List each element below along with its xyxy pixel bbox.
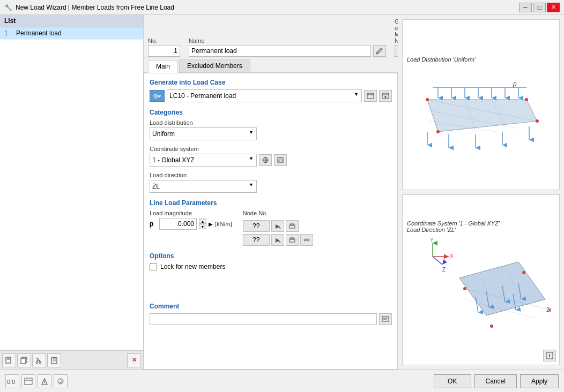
spin-down[interactable]: ▼ — [199, 224, 206, 229]
p-input[interactable] — [159, 218, 197, 230]
right-panel: Load Distribution 'Uniform' p — [398, 15, 564, 370]
categories-label: Categories — [150, 109, 392, 116]
svg-marker-48 — [427, 100, 537, 132]
arrow-icon: ▶ — [209, 221, 213, 227]
svg-point-75 — [522, 271, 525, 274]
comment-label: Comment — [150, 303, 392, 310]
coord-diagram-title2: Load Direction 'ZL' — [407, 227, 500, 233]
copy-button[interactable] — [17, 353, 31, 367]
node1-pick-btn[interactable] — [271, 220, 284, 232]
coord-diagram-title1: Coordinate System '1 - Global XYZ' — [407, 220, 500, 227]
delete-button[interactable]: ✕ — [127, 353, 141, 367]
minimize-button[interactable]: ─ — [519, 3, 532, 12]
svg-line-65 — [433, 257, 442, 265]
name-input[interactable] — [189, 45, 371, 57]
svg-text:Z: Z — [442, 267, 446, 273]
generate-section: Generate into Load Case Qw LC10 - Perman… — [150, 79, 392, 102]
load-dir-row: Load direction ZL XL YL Z X Y — [150, 172, 392, 193]
node2-pick-btn[interactable] — [271, 234, 284, 246]
svg-text:0,0: 0,0 — [7, 379, 15, 385]
cancel-button[interactable]: Cancel — [474, 374, 517, 388]
maximize-button[interactable]: □ — [533, 3, 546, 12]
bottom-actions: OK Cancel Apply — [434, 374, 559, 388]
node2-clear-btn[interactable] — [286, 234, 299, 246]
load-dist-select[interactable]: Uniform Linear Varying — [150, 127, 257, 140]
apply-button[interactable]: Apply — [520, 374, 559, 388]
node2-extra-btn[interactable] — [300, 234, 313, 246]
load-dir-label: Load direction — [150, 172, 392, 178]
load-case-add-btn[interactable] — [379, 90, 392, 102]
p-unit: [kN/m] — [215, 221, 232, 227]
bottom-btn3[interactable] — [38, 374, 51, 388]
diagram-info-btn[interactable] — [543, 350, 556, 361]
coord-btn1[interactable] — [259, 154, 272, 166]
coord-diagram-svg: X Y Z — [411, 235, 551, 342]
bottom-toolbar: 0,0 — [5, 374, 68, 388]
generate-label: Generate into Load Case — [150, 79, 392, 86]
bottom-btn2[interactable] — [21, 374, 35, 388]
bottom-bar: 0,0 OK Cancel Apply — [0, 370, 564, 392]
svg-point-55 — [525, 98, 528, 101]
svg-rect-15 — [367, 93, 374, 99]
tabs: Main Excluded Members — [144, 57, 398, 73]
coord-select[interactable]: 1 - Global XYZ Local — [150, 154, 257, 167]
list-header: List — [0, 15, 143, 27]
svg-rect-4 — [21, 358, 26, 364]
node2-input[interactable] — [243, 234, 270, 246]
svg-text:2: 2 — [546, 306, 550, 313]
paste-button[interactable] — [47, 353, 61, 367]
node-label: Node No. — [243, 210, 313, 216]
no-input[interactable] — [148, 45, 180, 57]
svg-point-54 — [426, 98, 429, 101]
svg-text:p: p — [513, 80, 517, 88]
lock-checkbox[interactable] — [150, 263, 157, 270]
list-item-number: 1 — [4, 29, 13, 37]
tab-excluded[interactable]: Excluded Members — [179, 59, 250, 72]
no-group: No. — [148, 37, 180, 57]
node1-input[interactable] — [243, 220, 270, 232]
comment-input[interactable] — [150, 313, 377, 325]
lock-label: Lock for new members — [160, 263, 225, 270]
p-label: p — [150, 220, 157, 228]
comment-section: Comment — [150, 303, 392, 325]
svg-marker-28 — [278, 158, 283, 162]
load-dir-select[interactable]: ZL XL YL Z X Y — [150, 180, 257, 193]
load-case-edit-btn[interactable] — [364, 90, 377, 102]
name-edit-button[interactable] — [373, 45, 386, 57]
node1-clear-btn[interactable] — [286, 220, 299, 232]
svg-text:Y: Y — [430, 237, 434, 243]
bottom-btn4[interactable] — [54, 374, 68, 388]
svg-point-77 — [490, 325, 493, 328]
lc-badge: Qw — [150, 90, 165, 102]
bottom-btn1[interactable]: 0,0 — [5, 374, 19, 388]
cut-button[interactable] — [32, 353, 46, 367]
center-top: No. Name Generated on Members No. — [144, 15, 398, 57]
list-item[interactable]: 1 Permanent load — [0, 27, 143, 40]
load-case-select[interactable]: LC10 - Permanent load — [167, 89, 362, 102]
app-icon: 🔧 — [4, 4, 12, 11]
no-label: No. — [148, 37, 180, 44]
comment-btn[interactable] — [379, 313, 392, 325]
left-panel: List 1 Permanent load — [0, 15, 144, 370]
load-dist-row: Load distribution Uniform Linear Varying — [150, 119, 392, 140]
magnitude-label: Load magnitude — [150, 210, 232, 216]
svg-point-57 — [436, 130, 440, 133]
spin-up[interactable]: ▲ — [199, 218, 206, 224]
title-bar: 🔧 New Load Wizard | Member Loads from Fr… — [0, 0, 564, 15]
window-title: New Load Wizard | Member Loads from Free… — [16, 4, 174, 11]
uniform-diagram: Load Distribution 'Uniform' p — [402, 19, 560, 190]
svg-rect-87 — [25, 378, 32, 385]
ok-button[interactable]: OK — [434, 374, 471, 388]
node-group: Node No. — [243, 210, 313, 246]
left-toolbar: ✕ — [0, 350, 143, 370]
form-content: Generate into Load Case Qw LC10 - Perman… — [144, 73, 398, 370]
coord-btn2[interactable] — [274, 154, 287, 166]
load-dist-label: Load distribution — [150, 119, 392, 126]
uniform-diagram-title: Load Distribution 'Uniform' — [403, 54, 480, 65]
new-button[interactable] — [2, 353, 16, 367]
close-button[interactable]: ✕ — [547, 3, 560, 12]
magnitude-group: Load magnitude p ▲ ▼ ▶ [kN/m] — [150, 210, 232, 230]
uniform-diagram-svg: p — [411, 65, 551, 156]
tab-main[interactable]: Main — [148, 60, 178, 73]
name-group: Name — [189, 37, 386, 57]
